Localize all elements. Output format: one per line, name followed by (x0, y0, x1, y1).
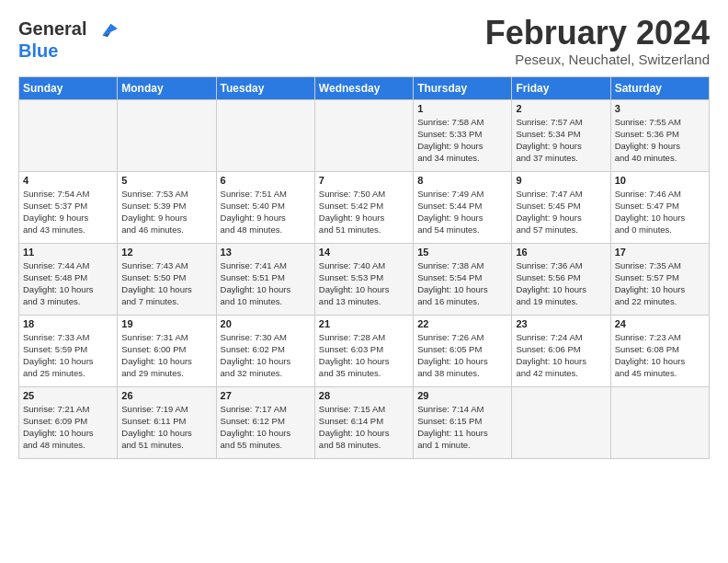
day-info: Sunrise: 7:28 AM Sunset: 6:03 PM Dayligh… (319, 331, 409, 380)
day-cell: 3Sunrise: 7:55 AM Sunset: 5:36 PM Daylig… (610, 99, 709, 171)
col-header-saturday: Saturday (610, 76, 709, 99)
week-row-1: 1Sunrise: 7:58 AM Sunset: 5:33 PM Daylig… (19, 99, 710, 171)
day-cell: 4Sunrise: 7:54 AM Sunset: 5:37 PM Daylig… (19, 171, 118, 243)
day-info: Sunrise: 7:58 AM Sunset: 5:33 PM Dayligh… (417, 116, 507, 165)
day-number: 3 (615, 103, 705, 114)
day-cell (512, 386, 610, 458)
day-info: Sunrise: 7:49 AM Sunset: 5:44 PM Dayligh… (417, 188, 507, 236)
day-info: Sunrise: 7:46 AM Sunset: 5:47 PM Dayligh… (615, 188, 705, 236)
page-container: General Blue February 2024 Peseux, Neuch… (0, 0, 728, 468)
day-info: Sunrise: 7:47 AM Sunset: 5:45 PM Dayligh… (516, 188, 606, 236)
logo-blue: Blue (18, 40, 119, 62)
day-number: 18 (23, 318, 113, 329)
day-info: Sunrise: 7:19 AM Sunset: 6:11 PM Dayligh… (121, 403, 211, 452)
day-cell: 6Sunrise: 7:51 AM Sunset: 5:40 PM Daylig… (216, 171, 314, 243)
day-number: 28 (319, 390, 409, 401)
week-row-2: 4Sunrise: 7:54 AM Sunset: 5:37 PM Daylig… (19, 171, 710, 243)
day-cell: 24Sunrise: 7:23 AM Sunset: 6:08 PM Dayli… (610, 315, 709, 386)
day-info: Sunrise: 7:51 AM Sunset: 5:40 PM Dayligh… (221, 188, 311, 236)
day-info: Sunrise: 7:24 AM Sunset: 6:06 PM Dayligh… (516, 331, 606, 380)
day-number: 15 (417, 247, 507, 258)
day-cell: 19Sunrise: 7:31 AM Sunset: 6:00 PM Dayli… (118, 315, 216, 386)
day-info: Sunrise: 7:31 AM Sunset: 6:00 PM Dayligh… (121, 331, 211, 380)
day-number: 16 (516, 247, 606, 258)
day-info: Sunrise: 7:40 AM Sunset: 5:53 PM Dayligh… (319, 259, 409, 308)
day-number: 20 (221, 318, 311, 329)
day-cell: 9Sunrise: 7:47 AM Sunset: 5:45 PM Daylig… (512, 171, 610, 243)
day-cell: 21Sunrise: 7:28 AM Sunset: 6:03 PM Dayli… (314, 315, 413, 386)
day-info: Sunrise: 7:41 AM Sunset: 5:51 PM Dayligh… (221, 259, 311, 308)
day-cell (314, 99, 413, 171)
day-cell (19, 99, 118, 171)
day-cell: 22Sunrise: 7:26 AM Sunset: 6:05 PM Dayli… (414, 315, 512, 386)
day-cell: 26Sunrise: 7:19 AM Sunset: 6:11 PM Dayli… (118, 386, 216, 458)
col-header-monday: Monday (118, 76, 216, 99)
day-info: Sunrise: 7:57 AM Sunset: 5:34 PM Dayligh… (516, 116, 606, 165)
day-info: Sunrise: 7:43 AM Sunset: 5:50 PM Dayligh… (121, 259, 211, 308)
day-cell: 16Sunrise: 7:36 AM Sunset: 5:56 PM Dayli… (512, 243, 610, 315)
day-number: 24 (615, 318, 705, 329)
day-number: 4 (23, 175, 113, 186)
day-number: 11 (23, 247, 113, 258)
logo-general: General (18, 18, 86, 39)
day-cell: 8Sunrise: 7:49 AM Sunset: 5:44 PM Daylig… (414, 171, 512, 243)
day-number: 14 (319, 247, 409, 258)
calendar-subtitle: Peseux, Neuchatel, Switzerland (485, 52, 710, 67)
day-cell: 15Sunrise: 7:38 AM Sunset: 5:54 PM Dayli… (414, 243, 512, 315)
day-cell: 14Sunrise: 7:40 AM Sunset: 5:53 PM Dayli… (314, 243, 413, 315)
day-cell: 17Sunrise: 7:35 AM Sunset: 5:57 PM Dayli… (610, 243, 709, 315)
title-area: February 2024 Peseux, Neuchatel, Switzer… (485, 15, 710, 67)
week-row-4: 18Sunrise: 7:33 AM Sunset: 5:59 PM Dayli… (19, 315, 710, 386)
day-cell: 23Sunrise: 7:24 AM Sunset: 6:06 PM Dayli… (512, 315, 610, 386)
day-info: Sunrise: 7:50 AM Sunset: 5:42 PM Dayligh… (319, 188, 409, 236)
day-info: Sunrise: 7:17 AM Sunset: 6:12 PM Dayligh… (221, 403, 311, 452)
day-info: Sunrise: 7:21 AM Sunset: 6:09 PM Dayligh… (23, 403, 113, 452)
header-area: General Blue February 2024 Peseux, Neuch… (18, 15, 710, 67)
day-cell: 10Sunrise: 7:46 AM Sunset: 5:47 PM Dayli… (610, 171, 709, 243)
day-number: 1 (417, 103, 507, 114)
day-info: Sunrise: 7:55 AM Sunset: 5:36 PM Dayligh… (615, 116, 705, 165)
day-number: 27 (221, 390, 311, 401)
day-number: 29 (417, 390, 507, 401)
logo: General Blue (18, 18, 119, 62)
day-info: Sunrise: 7:15 AM Sunset: 6:14 PM Dayligh… (319, 403, 409, 452)
day-info: Sunrise: 7:33 AM Sunset: 5:59 PM Dayligh… (23, 331, 113, 380)
svg-marker-0 (102, 23, 118, 35)
day-number: 13 (221, 247, 311, 258)
day-cell: 28Sunrise: 7:15 AM Sunset: 6:14 PM Dayli… (314, 386, 413, 458)
day-info: Sunrise: 7:54 AM Sunset: 5:37 PM Dayligh… (23, 188, 113, 236)
day-info: Sunrise: 7:44 AM Sunset: 5:48 PM Dayligh… (23, 259, 113, 308)
day-cell: 27Sunrise: 7:17 AM Sunset: 6:12 PM Dayli… (216, 386, 314, 458)
day-cell: 20Sunrise: 7:30 AM Sunset: 6:02 PM Dayli… (216, 315, 314, 386)
day-number: 19 (121, 318, 211, 329)
col-header-friday: Friday (512, 76, 610, 99)
day-number: 9 (516, 175, 606, 186)
day-number: 25 (23, 390, 113, 401)
day-info: Sunrise: 7:23 AM Sunset: 6:08 PM Dayligh… (615, 331, 705, 380)
day-info: Sunrise: 7:36 AM Sunset: 5:56 PM Dayligh… (516, 259, 606, 308)
day-number: 6 (221, 175, 311, 186)
day-number: 23 (516, 318, 606, 329)
day-number: 2 (516, 103, 606, 114)
week-row-3: 11Sunrise: 7:44 AM Sunset: 5:48 PM Dayli… (19, 243, 710, 315)
col-header-thursday: Thursday (414, 76, 512, 99)
calendar-table: SundayMondayTuesdayWednesdayThursdayFrid… (18, 76, 710, 459)
day-cell: 12Sunrise: 7:43 AM Sunset: 5:50 PM Dayli… (118, 243, 216, 315)
week-row-5: 25Sunrise: 7:21 AM Sunset: 6:09 PM Dayli… (19, 386, 710, 458)
day-number: 10 (615, 175, 705, 186)
day-info: Sunrise: 7:35 AM Sunset: 5:57 PM Dayligh… (615, 259, 705, 308)
day-number: 22 (417, 318, 507, 329)
day-cell: 18Sunrise: 7:33 AM Sunset: 5:59 PM Dayli… (19, 315, 118, 386)
header-row: SundayMondayTuesdayWednesdayThursdayFrid… (19, 76, 710, 99)
day-info: Sunrise: 7:38 AM Sunset: 5:54 PM Dayligh… (417, 259, 507, 308)
col-header-sunday: Sunday (19, 76, 118, 99)
day-cell: 13Sunrise: 7:41 AM Sunset: 5:51 PM Dayli… (216, 243, 314, 315)
logo-bird-icon (94, 20, 119, 40)
day-cell (118, 99, 216, 171)
day-number: 12 (121, 247, 211, 258)
day-number: 5 (121, 175, 211, 186)
day-cell: 11Sunrise: 7:44 AM Sunset: 5:48 PM Dayli… (19, 243, 118, 315)
day-cell: 7Sunrise: 7:50 AM Sunset: 5:42 PM Daylig… (314, 171, 413, 243)
day-info: Sunrise: 7:30 AM Sunset: 6:02 PM Dayligh… (221, 331, 311, 380)
day-cell (216, 99, 314, 171)
